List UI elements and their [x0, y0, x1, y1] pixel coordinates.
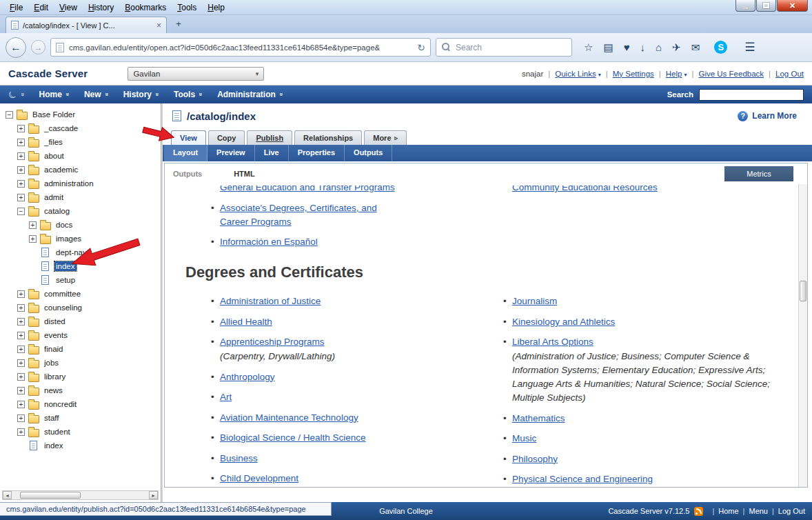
horizontal-scrollbar[interactable]	[2, 490, 159, 500]
view-subtab[interactable]: Live	[255, 145, 289, 161]
scroll-right-icon[interactable]	[149, 491, 158, 499]
tree-expander-icon[interactable]	[17, 346, 25, 353]
tree-item[interactable]: Base Folder	[0, 108, 161, 121]
menu-item[interactable]: History	[83, 1, 119, 14]
browser-search-box[interactable]	[436, 38, 572, 57]
browser-tab[interactable]: /catalog/index - [ View ] C...	[6, 17, 167, 33]
tree-item[interactable]: jobs	[0, 356, 161, 370]
scrollbar-thumb[interactable]	[20, 492, 81, 499]
tree-expander-icon[interactable]	[17, 304, 25, 312]
preview-link[interactable]: Journalism	[512, 296, 557, 306]
action-tab[interactable]: Publish	[247, 130, 292, 145]
action-tab[interactable]: View	[171, 130, 206, 145]
tree-item[interactable]: disted	[0, 314, 161, 328]
menu-icon[interactable]: ☰	[744, 41, 755, 54]
tree-item[interactable]: administration	[0, 177, 161, 190]
tree-item[interactable]: student	[0, 425, 161, 439]
cascade-logo-menu[interactable]	[8, 89, 24, 100]
preview-link[interactable]: Philosophy	[512, 454, 558, 464]
tree-item[interactable]: events	[0, 328, 161, 342]
tree-expander-icon[interactable]	[17, 359, 25, 367]
tree-expander-icon[interactable]	[6, 111, 13, 119]
tree-expander-icon[interactable]	[17, 290, 25, 298]
tree-item[interactable]: finaid	[0, 342, 161, 356]
action-tab[interactable]: More	[364, 130, 407, 145]
star-icon[interactable]: ☆	[584, 41, 593, 54]
footer-link[interactable]: Home	[718, 507, 738, 515]
tree-item[interactable]: _files	[0, 135, 161, 149]
tree-expander-icon[interactable]	[29, 235, 37, 243]
cascade-search-input[interactable]	[699, 89, 804, 101]
tree-expander-icon[interactable]	[17, 166, 25, 174]
tree-expander-icon[interactable]	[17, 373, 25, 381]
tree-expander-icon[interactable]	[17, 318, 25, 326]
maximize-button[interactable]	[756, 0, 776, 12]
tree-item[interactable]: docs	[0, 218, 161, 232]
tree-expander-icon[interactable]	[17, 401, 25, 408]
preview-link[interactable]: General Education and Transfer Programs	[220, 186, 395, 192]
reload-icon[interactable]	[417, 42, 425, 53]
url-bar[interactable]	[50, 38, 431, 57]
preview-link[interactable]: Allied Health	[220, 317, 272, 327]
menu-item[interactable]: File	[4, 1, 28, 14]
tree-expander-icon[interactable]	[17, 139, 25, 146]
browser-search-input[interactable]	[456, 43, 566, 52]
nav-menu-item[interactable]: Administration	[210, 88, 290, 101]
menu-item[interactable]: Edit	[28, 1, 54, 14]
tree-item[interactable]: admit	[0, 190, 161, 204]
pocket-icon[interactable]: ♥	[624, 41, 630, 54]
tree-item[interactable]: academic	[0, 163, 161, 177]
preview-link[interactable]: Business	[220, 453, 258, 463]
preview-link[interactable]: Anthropology	[220, 372, 275, 382]
metrics-button[interactable]: Metrics	[724, 166, 793, 181]
menu-item[interactable]: View	[54, 1, 83, 14]
close-button[interactable]	[777, 0, 808, 12]
tree-item[interactable]: images	[0, 232, 161, 246]
download-icon[interactable]: ↓	[640, 41, 646, 54]
tree-expander-icon[interactable]	[17, 194, 25, 201]
tree-item[interactable]: dept-nav	[0, 246, 161, 259]
header-link[interactable]: Give Us Feedback	[698, 70, 764, 78]
menu-item[interactable]: Bookmarks	[119, 1, 172, 14]
tree-expander-icon[interactable]	[17, 208, 25, 215]
url-input[interactable]	[69, 43, 412, 52]
preview-link[interactable]: Apprenticeship Programs	[220, 337, 325, 347]
nav-menu-item[interactable]: History	[116, 88, 165, 101]
action-tab[interactable]: Relationships	[294, 130, 362, 145]
preview-link[interactable]: Información en Español	[220, 237, 318, 247]
tree-expander-icon[interactable]	[17, 152, 25, 160]
preview-link[interactable]: Liberal Arts Options	[512, 337, 593, 347]
tree-item[interactable]: index	[0, 439, 161, 452]
minimize-button[interactable]	[735, 0, 755, 12]
reading-list-icon[interactable]: ▤	[603, 41, 613, 54]
header-link[interactable]: Help	[666, 70, 687, 78]
nav-menu-item[interactable]: Home	[32, 88, 76, 101]
learn-more-link[interactable]: Learn More	[738, 111, 802, 121]
nav-menu-item[interactable]: New	[77, 88, 115, 101]
menu-item[interactable]: Tools	[172, 1, 202, 14]
header-link[interactable]: Quick Links	[555, 70, 600, 78]
site-selector-dropdown[interactable]: Gavilan	[128, 67, 264, 81]
view-subtab[interactable]: Layout	[164, 145, 207, 161]
tree-item[interactable]: library	[0, 370, 161, 383]
new-tab-button[interactable]	[170, 19, 187, 30]
tree-expander-icon[interactable]	[17, 387, 25, 394]
preview-link[interactable]: Administration of Justice	[220, 296, 321, 306]
preview-link[interactable]: Biological Science / Health Science	[220, 432, 366, 443]
tree-expander-icon[interactable]	[29, 221, 37, 229]
tree-expander-icon[interactable]	[17, 414, 25, 422]
tab-close-icon[interactable]	[156, 21, 161, 30]
footer-link[interactable]: Log Out	[778, 507, 805, 515]
chat-icon[interactable]: ✉	[691, 41, 700, 54]
tree-item[interactable]: noncredit	[0, 397, 161, 411]
view-subtab[interactable]: Properties	[289, 145, 345, 161]
home-icon[interactable]: ⌂	[656, 41, 662, 54]
tree-expander-icon[interactable]	[17, 428, 25, 436]
tree-expander-icon[interactable]	[17, 180, 25, 188]
preview-link[interactable]: Community Educational Resources	[512, 186, 658, 192]
tree-item[interactable]: _cascade	[0, 121, 161, 135]
tree-expander-icon[interactable]	[17, 332, 25, 339]
preview-link[interactable]: Mathematics	[512, 413, 565, 423]
footer-link[interactable]: Menu	[749, 507, 768, 515]
view-subtab[interactable]: Outputs	[345, 145, 392, 161]
